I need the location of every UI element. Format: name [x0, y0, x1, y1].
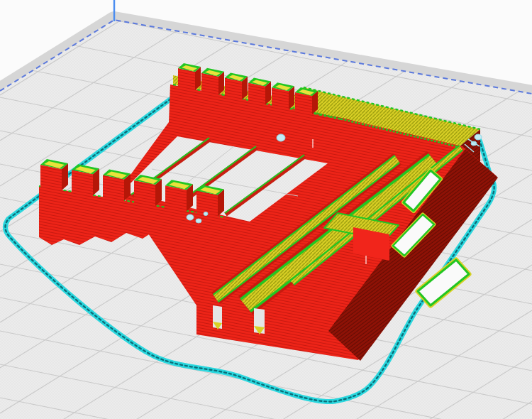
merlon-front-face[interactable] — [178, 68, 195, 96]
merlon-front-face[interactable] — [165, 185, 187, 218]
travel-blob-left-2[interactable] — [196, 219, 201, 223]
merlon-front-face[interactable] — [201, 73, 218, 101]
travel-blob-center[interactable] — [277, 134, 285, 141]
travel-blob-left-3[interactable] — [204, 212, 208, 216]
viewport-3d[interactable] — [0, 0, 532, 419]
merlon-front-face[interactable] — [40, 165, 62, 197]
merlon-front-face[interactable] — [134, 180, 155, 213]
merlon-front-face[interactable] — [196, 191, 218, 224]
slicer-preview-stage — [0, 0, 532, 419]
travel-blob-right-1[interactable] — [475, 134, 482, 140]
merlon-front-face[interactable] — [103, 175, 124, 208]
merlon-front-face[interactable] — [225, 78, 242, 106]
merlon-front-face[interactable] — [272, 87, 289, 115]
merlon-front-face[interactable] — [248, 82, 265, 110]
merlon-front-face[interactable] — [295, 92, 312, 120]
merlon-front-face[interactable] — [72, 170, 93, 202]
travel-blob-left-1[interactable] — [187, 214, 194, 220]
